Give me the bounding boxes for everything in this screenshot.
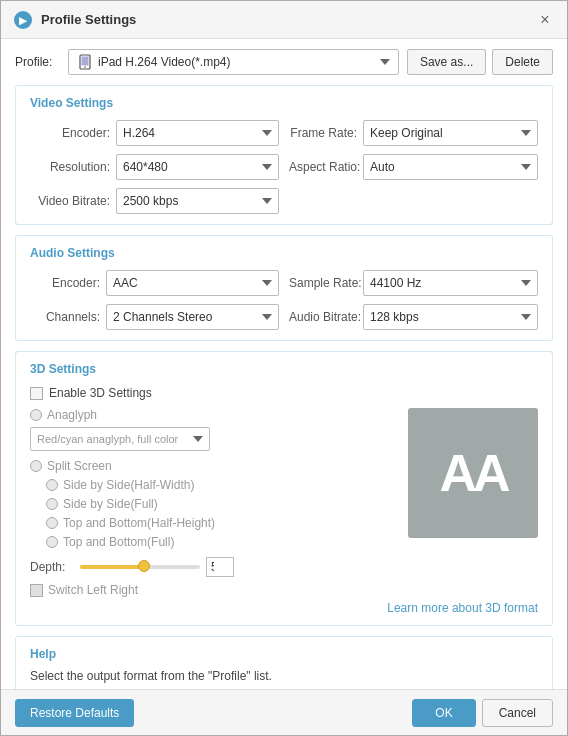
app-icon: ▶: [13, 10, 33, 30]
video-settings-title: Video Settings: [30, 96, 538, 110]
depth-fill: [80, 565, 140, 569]
top-full-label: Top and Bottom(Full): [63, 535, 174, 549]
top-full-row: Top and Bottom(Full): [46, 535, 398, 549]
profile-settings-dialog: ▶ Profile Settings × Profile: iPad H.264…: [0, 0, 568, 736]
save-as-button[interactable]: Save as...: [407, 49, 486, 75]
top-half-radio[interactable]: [46, 517, 58, 529]
depth-slider-track[interactable]: [80, 565, 200, 569]
threed-options: Anaglyph Red/cyan anaglyph, full color R…: [30, 408, 398, 597]
anaglyph-radio-row: Anaglyph: [30, 408, 398, 422]
anaglyph-option-select[interactable]: Red/cyan anaglyph, full color Red/cyan a…: [30, 427, 210, 451]
video-bitrate-label: Video Bitrate:: [30, 194, 110, 208]
frame-rate-label: Frame Rate:: [289, 126, 357, 140]
audio-bitrate-select[interactable]: 128 kbps 64 kbps 256 kbps: [363, 304, 538, 330]
title-bar: ▶ Profile Settings ×: [1, 1, 567, 39]
learn-more-row: Learn more about 3D format: [30, 601, 538, 615]
depth-thumb[interactable]: [138, 560, 150, 572]
profile-label: Profile:: [15, 55, 60, 69]
video-encoder-row: Encoder: H.264 H.265 MPEG-4: [30, 120, 279, 146]
switch-lr-label: Switch Left Right: [48, 583, 138, 597]
resolution-row: Resolution: 640*480 1280*720 1920*1080: [30, 154, 279, 180]
sample-rate-select[interactable]: 44100 Hz 22050 Hz 48000 Hz: [363, 270, 538, 296]
side-half-label: Side by Side(Half-Width): [63, 478, 194, 492]
audio-settings-section: Audio Settings Encoder: AAC MP3 Sample R…: [15, 235, 553, 341]
close-button[interactable]: ×: [535, 10, 555, 30]
profile-action-buttons: Save as... Delete: [407, 49, 553, 75]
anaglyph-select-wrapper: Red/cyan anaglyph, full color Red/cyan a…: [30, 427, 398, 451]
top-half-row: Top and Bottom(Half-Height): [46, 516, 398, 530]
audio-encoder-select[interactable]: AAC MP3: [106, 270, 279, 296]
threed-settings-title: 3D Settings: [30, 362, 538, 376]
channels-row: Channels: 2 Channels Stereo 1 Channel Mo…: [30, 304, 279, 330]
svg-rect-3: [82, 57, 89, 66]
enable-3d-checkbox[interactable]: [30, 387, 43, 400]
help-title: Help: [30, 647, 538, 661]
audio-settings-title: Audio Settings: [30, 246, 538, 260]
aspect-ratio-label: Aspect Ratio:: [289, 160, 357, 174]
side-full-label: Side by Side(Full): [63, 497, 158, 511]
enable-3d-label: Enable 3D Settings: [49, 386, 152, 400]
learn-more-link[interactable]: Learn more about 3D format: [387, 601, 538, 615]
aspect-ratio-row: Aspect Ratio: Auto 4:3 16:9: [289, 154, 538, 180]
side-full-radio[interactable]: [46, 498, 58, 510]
audio-settings-grid: Encoder: AAC MP3 Sample Rate: 44100 Hz 2…: [30, 270, 538, 330]
split-screen-radio-row: Split Screen: [30, 459, 398, 473]
audio-bitrate-label: Audio Bitrate:: [289, 310, 357, 324]
svg-text:▶: ▶: [19, 15, 28, 26]
depth-label: Depth:: [30, 560, 74, 574]
cancel-button[interactable]: Cancel: [482, 699, 553, 727]
dialog-title: Profile Settings: [41, 12, 527, 27]
switch-lr-checkbox[interactable]: [30, 584, 43, 597]
side-half-radio[interactable]: [46, 479, 58, 491]
audio-bitrate-row: Audio Bitrate: 128 kbps 64 kbps 256 kbps: [289, 304, 538, 330]
threed-settings-section: 3D Settings Enable 3D Settings Anaglyph …: [15, 351, 553, 626]
preview-box: AA: [408, 408, 538, 538]
top-full-radio[interactable]: [46, 536, 58, 548]
ok-button[interactable]: OK: [412, 699, 475, 727]
aspect-ratio-select[interactable]: Auto 4:3 16:9: [363, 154, 538, 180]
resolution-select[interactable]: 640*480 1280*720 1920*1080: [116, 154, 279, 180]
channels-select[interactable]: 2 Channels Stereo 1 Channel Mono: [106, 304, 279, 330]
split-sub-options: Side by Side(Half-Width) Side by Side(Fu…: [46, 478, 398, 549]
anaglyph-label: Anaglyph: [47, 408, 97, 422]
help-section: Help Select the output format from the "…: [15, 636, 553, 689]
audio-encoder-row: Encoder: AAC MP3: [30, 270, 279, 296]
enable-3d-row: Enable 3D Settings: [30, 386, 538, 400]
side-half-row: Side by Side(Half-Width): [46, 478, 398, 492]
main-content: Profile: iPad H.264 Video(*.mp4) Save as…: [1, 39, 567, 689]
video-settings-section: Video Settings Encoder: H.264 H.265 MPEG…: [15, 85, 553, 225]
help-text: Select the output format from the "Profi…: [30, 669, 538, 683]
svg-point-4: [84, 66, 86, 68]
sample-rate-row: Sample Rate: 44100 Hz 22050 Hz 48000 Hz: [289, 270, 538, 296]
restore-defaults-button[interactable]: Restore Defaults: [15, 699, 134, 727]
frame-rate-select[interactable]: Keep Original 24 30: [363, 120, 538, 146]
delete-button[interactable]: Delete: [492, 49, 553, 75]
top-half-label: Top and Bottom(Half-Height): [63, 516, 215, 530]
video-bitrate-select[interactable]: 2500 kbps 1000 kbps 3000 kbps: [116, 188, 279, 214]
audio-encoder-label: Encoder:: [30, 276, 100, 290]
frame-rate-row: Frame Rate: Keep Original 24 30: [289, 120, 538, 146]
split-screen-radio[interactable]: [30, 460, 42, 472]
ipad-icon: [77, 54, 93, 70]
split-screen-label: Split Screen: [47, 459, 112, 473]
side-full-row: Side by Side(Full): [46, 497, 398, 511]
video-encoder-select[interactable]: H.264 H.265 MPEG-4: [116, 120, 279, 146]
anaglyph-radio[interactable]: [30, 409, 42, 421]
depth-input[interactable]: [206, 557, 234, 577]
channels-label: Channels:: [30, 310, 100, 324]
threed-body: Anaglyph Red/cyan anaglyph, full color R…: [30, 408, 538, 597]
resolution-label: Resolution:: [30, 160, 110, 174]
depth-row: Depth:: [30, 557, 398, 577]
video-settings-grid: Encoder: H.264 H.265 MPEG-4 Frame Rate: …: [30, 120, 538, 214]
sample-rate-label: Sample Rate:: [289, 276, 357, 290]
switch-lr-row: Switch Left Right: [30, 583, 398, 597]
profile-dropdown[interactable]: iPad H.264 Video(*.mp4): [68, 49, 399, 75]
chevron-down-icon: [380, 59, 390, 65]
video-bitrate-row: Video Bitrate: 2500 kbps 1000 kbps 3000 …: [30, 188, 279, 214]
footer: Restore Defaults OK Cancel: [1, 689, 567, 735]
profile-selected-value: iPad H.264 Video(*.mp4): [98, 55, 231, 69]
profile-row: Profile: iPad H.264 Video(*.mp4) Save as…: [15, 49, 553, 75]
preview-aa-text: AA: [439, 443, 506, 503]
video-encoder-label: Encoder:: [30, 126, 110, 140]
